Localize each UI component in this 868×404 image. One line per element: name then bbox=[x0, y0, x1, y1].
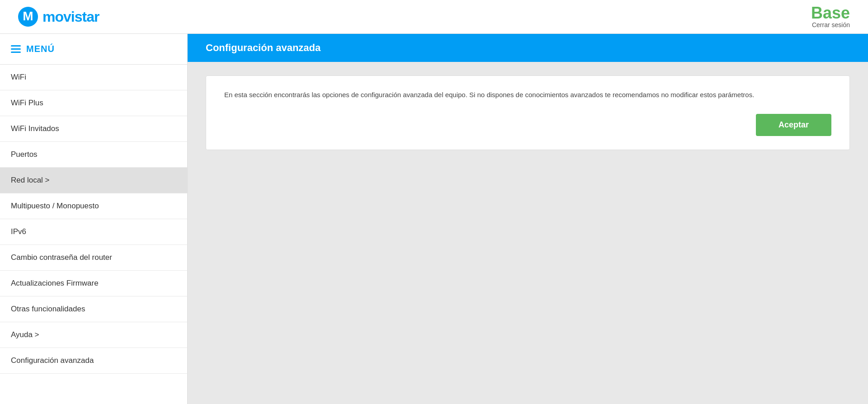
sidebar-item-configuracion-avanzada[interactable]: Configuración avanzada bbox=[0, 348, 187, 374]
warning-text: En esta sección encontrarás las opciones… bbox=[224, 89, 831, 100]
sidebar-item-multipuesto[interactable]: Multipuesto / Monopuesto bbox=[0, 193, 187, 219]
accept-button[interactable]: Aceptar bbox=[756, 114, 831, 136]
logo-area: M movistar bbox=[18, 7, 99, 27]
main-content: Configuración avanzada En esta sección e… bbox=[188, 34, 868, 404]
sidebar-item-wifi-invitados[interactable]: WiFi Invitados bbox=[0, 116, 187, 142]
sidebar-item-actualizaciones[interactable]: Actualizaciones Firmware bbox=[0, 271, 187, 296]
sidebar-item-puertos[interactable]: Puertos bbox=[0, 142, 187, 168]
sidebar: MENÚ WiFi WiFi Plus WiFi Invitados Puert… bbox=[0, 34, 188, 404]
cerrar-sesion-link[interactable]: Cerrar sesión bbox=[811, 21, 850, 28]
sidebar-item-red-local[interactable]: Red local > bbox=[0, 168, 187, 193]
sidebar-item-cambio-contrasena[interactable]: Cambio contraseña del router bbox=[0, 245, 187, 271]
warning-box: En esta sección encontrarás las opciones… bbox=[206, 75, 850, 150]
sidebar-item-otras-funcionalidades[interactable]: Otras funcionalidades bbox=[0, 296, 187, 322]
page-body: MENÚ WiFi WiFi Plus WiFi Invitados Puert… bbox=[0, 34, 868, 404]
sidebar-item-ipv6[interactable]: IPv6 bbox=[0, 219, 187, 245]
page-banner: Configuración avanzada bbox=[188, 34, 868, 62]
movistar-logo-icon: M bbox=[18, 7, 38, 27]
header-right: Base Cerrar sesión bbox=[811, 5, 850, 28]
svg-text:M: M bbox=[23, 9, 33, 23]
sidebar-item-ayuda[interactable]: Ayuda > bbox=[0, 322, 187, 348]
sidebar-item-wifi[interactable]: WiFi bbox=[0, 65, 187, 90]
menu-label: MENÚ bbox=[26, 44, 55, 54]
brand-name: movistar bbox=[42, 9, 99, 25]
profile-label: Base bbox=[811, 5, 850, 21]
menu-header: MENÚ bbox=[0, 34, 187, 65]
hamburger-icon[interactable] bbox=[11, 45, 21, 53]
sidebar-item-wifi-plus[interactable]: WiFi Plus bbox=[0, 90, 187, 116]
header: M movistar Base Cerrar sesión bbox=[0, 0, 868, 34]
